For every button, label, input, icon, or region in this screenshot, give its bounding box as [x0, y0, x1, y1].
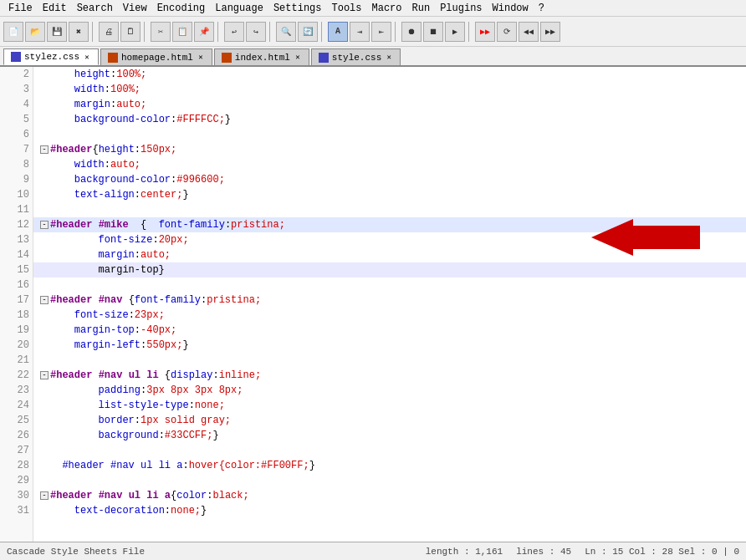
html-file-icon-2 — [222, 53, 232, 63]
line-number: 14 — [3, 247, 29, 262]
code-line[interactable]: margin-top} — [33, 262, 746, 277]
tab-label-homepage: homepage.html — [121, 53, 193, 63]
macro-record-button[interactable]: ⏺ — [401, 22, 422, 42]
menu-settings[interactable]: Settings — [268, 1, 327, 16]
menu-tools[interactable]: Tools — [326, 1, 366, 16]
line-number: 22 — [3, 368, 29, 383]
code-line[interactable]: background-color:#996600; — [33, 172, 746, 187]
fold-indicator[interactable]: - — [40, 371, 49, 379]
code-line[interactable]: -#header{height:150px; — [33, 142, 746, 157]
copy-button[interactable]: 📋 — [172, 22, 192, 42]
indent-button[interactable]: ⇥ — [350, 22, 370, 42]
line-number: 4 — [3, 97, 29, 112]
code-line[interactable]: #header #nav ul li a:hover{color:#FF00FF… — [33, 458, 746, 473]
menu-help[interactable]: ? — [534, 1, 549, 16]
menu-language[interactable]: Language — [210, 1, 268, 16]
print-button[interactable]: 🖨 — [99, 22, 119, 42]
code-line[interactable]: background:#33CCFF;} — [33, 428, 746, 443]
find-button[interactable]: 🔍 — [276, 22, 296, 42]
code-line[interactable]: -#header #nav {font-family:pristina; — [33, 293, 746, 308]
css-file-icon-2 — [319, 53, 329, 63]
menu-plugins[interactable]: Plugins — [435, 1, 487, 16]
tab-style-css[interactable]: style.css ✕ — [311, 48, 401, 65]
code-line[interactable] — [33, 473, 746, 488]
menu-encoding[interactable]: Encoding — [152, 1, 211, 16]
prev-button[interactable]: ◀◀ — [519, 22, 539, 42]
save-button[interactable]: 💾 — [47, 22, 67, 42]
sep1 — [92, 22, 95, 42]
code-area[interactable]: height:100%; width:100%; margin:auto; ba… — [33, 67, 746, 542]
code-line[interactable] — [33, 127, 746, 142]
menu-run[interactable]: Run — [407, 1, 436, 16]
print-preview-button[interactable]: 🗒 — [120, 22, 141, 42]
menu-macro[interactable]: Macro — [367, 1, 407, 16]
line-number: 16 — [3, 277, 29, 293]
macro-stop-button[interactable]: ⏹ — [423, 22, 443, 42]
statusbar: Cascade Style Sheets File length : 1,161… — [0, 542, 746, 560]
menu-edit[interactable]: Edit — [38, 1, 72, 16]
run-button[interactable]: ▶▶ — [475, 22, 495, 42]
menu-view[interactable]: View — [118, 1, 152, 16]
outdent-button[interactable]: ⇤ — [371, 22, 391, 42]
fold-indicator[interactable]: - — [40, 221, 49, 229]
line-number: 26 — [3, 428, 29, 443]
code-line[interactable]: -#header #nav ul li a{color:black; — [33, 488, 746, 503]
line-number: 20 — [3, 338, 29, 353]
code-line[interactable]: margin:auto; — [33, 97, 746, 112]
new-button[interactable]: 📄 — [3, 22, 23, 42]
tab-close-index[interactable]: ✕ — [294, 53, 302, 62]
redo-button[interactable]: ↪ — [246, 22, 266, 42]
fold-indicator[interactable]: - — [40, 145, 49, 154]
code-line[interactable]: margin-left:550px;} — [33, 338, 746, 353]
undo-button[interactable]: ↩ — [224, 22, 244, 42]
zoom-in-button[interactable]: A — [328, 22, 348, 42]
code-line[interactable]: font-size:23px; — [33, 308, 746, 323]
code-line[interactable]: margin-top:-40px; — [33, 323, 746, 338]
menu-search[interactable]: Search — [72, 1, 118, 16]
code-line[interactable]: text-decoration:none;} — [33, 503, 746, 518]
code-line[interactable]: width:100%; — [33, 82, 746, 97]
arrow-annotation — [591, 219, 700, 256]
line-number: 6 — [3, 127, 29, 142]
code-line[interactable] — [33, 277, 746, 293]
line-number: 18 — [3, 308, 29, 323]
line-number: 11 — [3, 202, 29, 217]
close-button[interactable]: ✖ — [69, 22, 89, 42]
code-line[interactable]: text-align:center;} — [33, 187, 746, 202]
tab-stylez-css[interactable]: stylez.css ✕ — [3, 48, 99, 65]
menubar: File Edit Search View Encoding Language … — [0, 0, 746, 17]
paste-button[interactable]: 📌 — [194, 22, 214, 42]
fold-indicator[interactable]: - — [40, 491, 49, 500]
open-button[interactable]: 📂 — [25, 22, 45, 42]
code-line[interactable]: height:100%; — [33, 67, 746, 82]
menu-window[interactable]: Window — [488, 1, 534, 16]
code-line[interactable]: -#header #nav ul li {display:inline; — [33, 368, 746, 383]
code-line[interactable]: list-style-type:none; — [33, 398, 746, 413]
macro-play-button[interactable]: ▶ — [445, 22, 465, 42]
next-button[interactable]: ▶▶ — [540, 22, 560, 42]
sep4 — [269, 22, 273, 42]
tab-close-style[interactable]: ✕ — [385, 53, 393, 62]
sync-button[interactable]: ⟳ — [497, 22, 517, 42]
tab-bar: stylez.css ✕ homepage.html ✕ index.html … — [0, 47, 746, 67]
line-number: 30 — [3, 488, 29, 503]
sep3 — [217, 22, 221, 42]
line-number: 10 — [3, 187, 29, 202]
replace-button[interactable]: 🔄 — [298, 22, 318, 42]
code-line[interactable] — [33, 353, 746, 368]
code-line[interactable]: padding:3px 8px 3px 8px; — [33, 383, 746, 398]
lines-label: lines : 45 — [516, 547, 571, 557]
fold-indicator[interactable]: - — [40, 296, 49, 304]
code-line[interactable]: width:auto; — [33, 157, 746, 172]
line-number: 5 — [3, 112, 29, 127]
tab-index-html[interactable]: index.html ✕ — [214, 48, 309, 65]
code-line[interactable]: border:1px solid gray; — [33, 413, 746, 428]
menu-file[interactable]: File — [3, 1, 38, 16]
tab-homepage-html[interactable]: homepage.html ✕ — [100, 48, 212, 65]
code-line[interactable] — [33, 202, 746, 217]
tab-close-stylez[interactable]: ✕ — [83, 53, 91, 61]
code-line[interactable]: background-color:#FFFFCC;} — [33, 112, 746, 127]
code-line[interactable] — [33, 443, 746, 458]
tab-close-homepage[interactable]: ✕ — [197, 53, 205, 62]
cut-button[interactable]: ✂ — [151, 22, 171, 42]
